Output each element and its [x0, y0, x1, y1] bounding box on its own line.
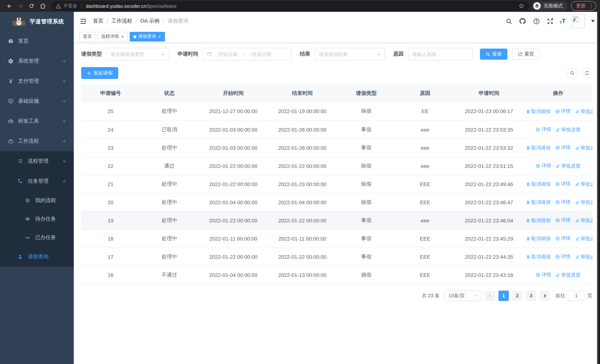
- table-row[interactable]: 23处理中2022-01-03 00:00:002022-01-26 00:00…: [81, 139, 593, 157]
- detail-link[interactable]: 详情: [536, 163, 551, 169]
- sidebar-item-process-management[interactable]: 流程管理: [0, 151, 74, 171]
- leave-type-select[interactable]: [106, 48, 169, 60]
- cancel-link[interactable]: 取消请假: [526, 199, 551, 206]
- progress-link[interactable]: 审批进度: [575, 253, 593, 260]
- page-button-1[interactable]: 1: [498, 290, 509, 301]
- table-row[interactable]: 21处理中2022-01-22 00:00:002022-01-23 00:00…: [81, 175, 593, 193]
- app-logo[interactable]: 芋道管理系统: [0, 12, 74, 31]
- progress-link[interactable]: 审批进度: [556, 272, 581, 278]
- progress-link[interactable]: 审批进度: [575, 235, 593, 242]
- cancel-link[interactable]: 取消请假: [526, 181, 551, 187]
- browser-scrollbar[interactable]: [597, 12, 600, 364]
- help-icon[interactable]: [532, 17, 540, 25]
- progress-link[interactable]: 审批进度: [575, 217, 593, 224]
- close-icon[interactable]: ×: [121, 34, 124, 39]
- tab-leave-query[interactable]: 请假查询 ×: [130, 32, 165, 41]
- reset-button[interactable]: 重置: [512, 48, 540, 60]
- reload-icon[interactable]: [26, 1, 37, 11]
- tab-home[interactable]: 首页: [79, 32, 96, 41]
- result-input[interactable]: [319, 51, 374, 57]
- detail-link[interactable]: 详情: [555, 253, 571, 260]
- table-row[interactable]: 22通过2022-01-22 00:00:002022-01-22 00:00:…: [81, 157, 593, 175]
- cell-applied: 2022-01-23 00:06:17: [455, 102, 524, 121]
- refresh-table-button[interactable]: [581, 67, 593, 79]
- reason-input[interactable]: [412, 51, 469, 57]
- sidebar-item-payment[interactable]: 支付管理: [0, 71, 74, 91]
- progress-link[interactable]: 审批进度: [556, 126, 581, 133]
- breadcrumb-item[interactable]: OA 示例: [141, 18, 159, 24]
- browser-update-button[interactable]: 更新: [571, 1, 596, 11]
- detail-link[interactable]: 详情: [555, 199, 571, 205]
- menu-fold-icon[interactable]: [79, 17, 87, 25]
- reason-label: 原因: [393, 51, 403, 57]
- page-content: 请假类型 申请时间 -: [74, 43, 600, 364]
- table-row[interactable]: 16不通过2022-01-04 00:00:002022-01-13 00:00…: [81, 266, 593, 284]
- sidebar-item-devtools[interactable]: 研发工具: [0, 111, 74, 131]
- cancel-link[interactable]: 取消请假: [526, 108, 551, 115]
- apply-time-range-picker[interactable]: -: [203, 48, 292, 60]
- url-bar[interactable]: 不安全 dashboard.yudao.iocoder.cn/bpm/oa/le…: [51, 1, 529, 11]
- page-button-3[interactable]: 3: [526, 290, 536, 301]
- table-row[interactable]: 17处理中2022-01-22 00:00:002022-01-22 00:00…: [81, 248, 593, 266]
- start-date-input[interactable]: [214, 51, 242, 57]
- detail-link[interactable]: 详情: [536, 271, 551, 278]
- sidebar-item-leave-query[interactable]: 请假查询: [0, 247, 74, 267]
- table-row[interactable]: 25处理中2021-12-27 00:00:002022-01-19 00:00…: [81, 102, 593, 121]
- cell-actions: 取消请假详情审批进度: [524, 139, 593, 157]
- progress-link[interactable]: 审批进度: [575, 145, 593, 151]
- cancel-link[interactable]: 取消请假: [526, 217, 551, 224]
- prev-page-button[interactable]: [485, 290, 495, 301]
- back-icon[interactable]: [4, 1, 15, 11]
- sidebar-item-done-tasks[interactable]: 已办任务: [0, 228, 74, 247]
- table-row[interactable]: 24已取消2022-01-03 00:00:002022-01-26 00:00…: [81, 121, 593, 139]
- search-icon[interactable]: [505, 17, 513, 25]
- home-icon[interactable]: [37, 1, 48, 11]
- github-icon[interactable]: [518, 17, 527, 25]
- detail-link[interactable]: 详情: [555, 108, 571, 114]
- table-row[interactable]: 19处理中2022-01-22 00:00:002022-01-22 00:00…: [81, 211, 593, 229]
- page-size-select[interactable]: 10条/页: [444, 290, 481, 301]
- tab-process-detail[interactable]: 流程详情 ×: [97, 32, 128, 41]
- leave-type-input[interactable]: [111, 51, 159, 57]
- table-row[interactable]: 20处理中2022-01-04 00:00:002022-01-04 00:00…: [81, 193, 593, 211]
- cancel-link[interactable]: 取消请假: [526, 235, 551, 242]
- detail-link[interactable]: 详情: [555, 217, 571, 224]
- sidebar-item-home[interactable]: 首页: [0, 31, 74, 51]
- bookmark-star-icon[interactable]: [518, 3, 524, 9]
- fullscreen-icon[interactable]: [546, 17, 554, 25]
- end-date-input[interactable]: [247, 51, 276, 57]
- result-select[interactable]: [315, 48, 385, 60]
- progress-link[interactable]: 审批进度: [575, 108, 593, 115]
- sidebar-item-todo-tasks[interactable]: 待办任务: [0, 210, 74, 228]
- detail-link[interactable]: 详情: [555, 144, 571, 151]
- breadcrumb-item[interactable]: 工作流程: [112, 18, 132, 24]
- table-row[interactable]: 18处理中2022-01-11 00:00:002022-01-11 00:00…: [81, 229, 593, 248]
- progress-link[interactable]: 审批进度: [575, 199, 593, 206]
- goto-page-input[interactable]: [568, 290, 585, 301]
- avatar[interactable]: [571, 14, 585, 28]
- next-page-button[interactable]: [540, 290, 550, 301]
- avatar-dropdown-caret[interactable]: [591, 20, 595, 22]
- cancel-link[interactable]: 取消请假: [526, 145, 551, 151]
- create-leave-button[interactable]: 发起请假: [81, 67, 118, 79]
- search-button[interactable]: 搜索: [480, 48, 507, 60]
- sidebar-item-workflow[interactable]: 工作流程: [0, 131, 74, 151]
- sidebar-item-infrastructure[interactable]: 基础设施: [0, 91, 74, 111]
- detail-link[interactable]: 详情: [555, 235, 571, 242]
- cancel-link[interactable]: 取消请假: [526, 253, 551, 260]
- font-size-icon[interactable]: TT: [560, 18, 565, 24]
- search-toggle-button[interactable]: [567, 67, 578, 79]
- browser-menu-icon[interactable]: [589, 4, 594, 8]
- detail-link[interactable]: 详情: [555, 181, 571, 187]
- progress-link[interactable]: 审批进度: [556, 163, 581, 169]
- forward-icon[interactable]: [15, 1, 26, 11]
- close-icon[interactable]: ×: [158, 34, 161, 39]
- reason-field[interactable]: [408, 48, 472, 60]
- detail-link[interactable]: 详情: [536, 126, 551, 133]
- sidebar-item-task-management[interactable]: 任务管理: [0, 171, 74, 191]
- sidebar-item-system[interactable]: 系统管理: [0, 51, 74, 71]
- breadcrumb-item[interactable]: 首页: [93, 18, 103, 24]
- sidebar-item-my-process[interactable]: 我的流程: [0, 191, 74, 210]
- progress-link[interactable]: 审批进度: [575, 181, 593, 187]
- page-button-2[interactable]: 2: [512, 290, 523, 301]
